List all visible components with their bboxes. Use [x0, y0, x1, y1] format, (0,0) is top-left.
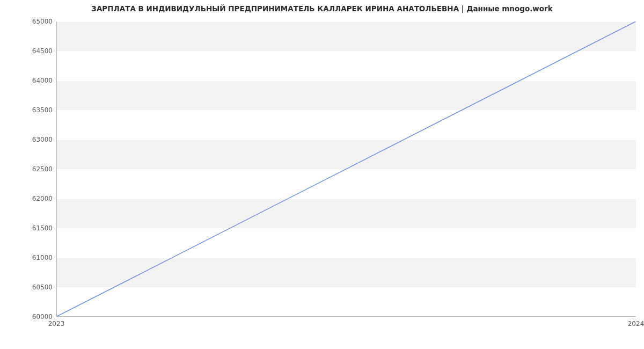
y-tick-label: 60500: [4, 283, 53, 291]
y-tick-label: 61000: [4, 254, 53, 261]
line-layer: [57, 21, 636, 316]
y-tick-label: 65000: [4, 18, 53, 25]
y-tick-label: 62000: [4, 195, 53, 202]
chart-title: ЗАРПЛАТА В ИНДИВИДУЛЬНЫЙ ПРЕДПРИНИМАТЕЛЬ…: [0, 4, 644, 13]
y-tick-label: 64000: [4, 77, 53, 84]
y-tick-label: 64500: [4, 47, 53, 55]
series-line: [57, 21, 635, 316]
chart-container: ЗАРПЛАТА В ИНДИВИДУЛЬНЫЙ ПРЕДПРИНИМАТЕЛЬ…: [0, 0, 644, 349]
x-tick-label: 2024: [628, 320, 644, 328]
y-tick-label: 62500: [4, 165, 53, 173]
y-tick-label: 61500: [4, 224, 53, 232]
y-tick-label: 63500: [4, 106, 53, 114]
y-tick-label: 60000: [4, 313, 53, 321]
x-tick-label: 2023: [48, 320, 65, 328]
plot-area: [56, 21, 636, 317]
y-tick-label: 63000: [4, 136, 53, 143]
